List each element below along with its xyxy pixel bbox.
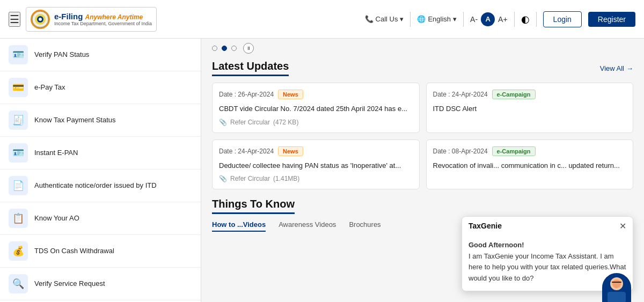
refer-circular-icon-1: 📎 bbox=[219, 119, 227, 126]
epay-tax-icon: 💳 bbox=[9, 78, 28, 97]
sidebar-label-verify-pan: Verify PAN Status bbox=[34, 50, 89, 60]
tab-brochures[interactable]: Brochures bbox=[349, 220, 380, 232]
updates-grid: Date : 26-Apr-2024 News CBDT vide Circul… bbox=[212, 83, 633, 189]
card-meta-1: Date : 26-Apr-2024 News bbox=[219, 90, 413, 99]
sidebar-label-know-ao: Know Your AO bbox=[34, 213, 79, 223]
know-payment-icon: 🧾 bbox=[9, 111, 28, 130]
update-card-4: Date : 08-Apr-2024 e-Campaign Revocation… bbox=[426, 139, 634, 190]
sidebar-item-verify-pan[interactable]: 🪪 Verify PAN Status bbox=[0, 39, 201, 71]
carousel-dots: ⏸ bbox=[212, 39, 633, 56]
login-button[interactable]: Login bbox=[543, 11, 582, 27]
font-decrease-button[interactable]: A- bbox=[470, 15, 478, 24]
lang-chevron-icon: ▾ bbox=[453, 15, 457, 23]
sidebar-item-authenticate[interactable]: 📄 Authenticate notice/order issued by IT… bbox=[0, 170, 201, 202]
svg-point-7 bbox=[612, 279, 621, 288]
refer-circular-icon-3: 📎 bbox=[219, 175, 227, 182]
carousel-dot-2[interactable] bbox=[222, 46, 227, 51]
hamburger-menu[interactable]: ☰ bbox=[9, 12, 20, 27]
view-all-arrow-icon: → bbox=[626, 64, 633, 72]
globe-icon: 🌐 bbox=[417, 15, 426, 23]
card-meta-3: Date : 24-Apr-2024 News bbox=[219, 146, 413, 156]
sidebar-label-authenticate: Authenticate notice/order issued by ITD bbox=[34, 181, 157, 190]
tab-how-to-videos[interactable]: How to ...Videos bbox=[212, 220, 266, 232]
header: ☰ e-Filing Anywhere Anytime Income Tax D… bbox=[0, 0, 644, 39]
call-chevron-icon: ▾ bbox=[400, 15, 404, 23]
svg-rect-8 bbox=[612, 282, 621, 283]
chatbox-header: TaxGenie ✕ bbox=[462, 217, 633, 235]
sidebar-item-instant-epan[interactable]: 🪪 Instant E-PAN bbox=[0, 137, 201, 170]
carousel-section: ⏸ bbox=[212, 39, 633, 56]
chatbox-message: I am TaxGenie your Income Tax Assistant.… bbox=[469, 252, 626, 283]
sidebar-label-tds-cash: TDS On Cash Withdrawal bbox=[34, 246, 114, 256]
font-increase-button[interactable]: A+ bbox=[498, 15, 508, 24]
font-controls: A- A A+ bbox=[470, 12, 508, 26]
taxgenie-avatar[interactable] bbox=[602, 273, 631, 302]
update-card-3: Date : 24-Apr-2024 News Deductee/ collec… bbox=[212, 139, 420, 190]
view-all-link[interactable]: View All → bbox=[600, 64, 633, 72]
card-badge-1: News bbox=[278, 90, 303, 99]
card-date-3: Date : 24-Apr-2024 bbox=[219, 148, 274, 155]
know-ao-icon: 📋 bbox=[9, 209, 28, 228]
carousel-dot-3[interactable] bbox=[231, 46, 237, 51]
font-normal-button[interactable]: A bbox=[481, 12, 495, 26]
logo-efiling: e-Filing Anywhere Anytime bbox=[54, 12, 152, 21]
divider-3 bbox=[514, 12, 515, 27]
carousel-dot-1[interactable] bbox=[212, 46, 217, 51]
divider-1 bbox=[410, 12, 411, 27]
card-date-1: Date : 26-Apr-2024 bbox=[219, 91, 274, 98]
tab-awareness-videos[interactable]: Awareness Videos bbox=[279, 220, 336, 232]
card-date-4: Date : 08-Apr-2024 bbox=[433, 148, 488, 155]
card-footer-3[interactable]: 📎 Refer Circular (1.41MB) bbox=[219, 175, 413, 182]
verify-service-icon: 🔍 bbox=[9, 274, 28, 293]
things-to-know-title: Things To Know bbox=[212, 198, 295, 214]
sidebar-item-know-payment[interactable]: 🧾 Know Tax Payment Status bbox=[0, 104, 201, 137]
divider-4 bbox=[536, 12, 537, 27]
update-card-1: Date : 26-Apr-2024 News CBDT vide Circul… bbox=[212, 83, 420, 133]
tds-cash-icon: 💰 bbox=[9, 241, 28, 261]
card-footer-1[interactable]: 📎 Refer Circular (472 KB) bbox=[219, 119, 413, 126]
sidebar-label-know-payment: Know Tax Payment Status bbox=[34, 115, 116, 125]
contrast-button[interactable]: ◐ bbox=[521, 13, 530, 25]
svg-rect-6 bbox=[608, 292, 626, 302]
divider-2 bbox=[463, 12, 464, 27]
logo-text: e-Filing Anywhere Anytime Income Tax Dep… bbox=[54, 12, 152, 26]
update-card-2: Date : 24-Apr-2024 e-Campaign ITD DSC Al… bbox=[426, 83, 634, 133]
latest-updates-title: Latest Updates bbox=[212, 60, 289, 76]
card-body-3: Deductee/ collectee having PAN status as… bbox=[219, 160, 413, 171]
sidebar-label-epay-tax: e-Pay Tax bbox=[34, 83, 65, 92]
sidebar-item-know-ao[interactable]: 📋 Know Your AO bbox=[0, 202, 201, 235]
card-meta-4: Date : 08-Apr-2024 e-Campaign bbox=[433, 146, 627, 156]
sidebar: 🪪 Verify PAN Status 💳 e-Pay Tax 🧾 Know T… bbox=[0, 39, 201, 302]
logo-box: e-Filing Anywhere Anytime Income Tax Dep… bbox=[26, 7, 157, 32]
card-badge-3: News bbox=[278, 146, 303, 156]
card-badge-4: e-Campaign bbox=[492, 146, 536, 156]
taxgenie-title: TaxGenie bbox=[469, 222, 502, 230]
card-body-1: CBDT vide Circular No. 7/2024 dated 25th… bbox=[219, 104, 413, 114]
latest-updates-header: Latest Updates View All → bbox=[212, 60, 633, 76]
sidebar-item-tds-cash[interactable]: 💰 TDS On Cash Withdrawal bbox=[0, 235, 201, 268]
card-date-2: Date : 24-Apr-2024 bbox=[433, 91, 488, 98]
chatbox-close-button[interactable]: ✕ bbox=[619, 221, 626, 231]
card-badge-2: e-Campaign bbox=[492, 90, 536, 99]
avatar-image bbox=[602, 273, 631, 302]
sidebar-item-epay-tax[interactable]: 💳 e-Pay Tax bbox=[0, 71, 201, 104]
svg-point-3 bbox=[39, 18, 42, 21]
language-button[interactable]: 🌐 English ▾ bbox=[417, 15, 457, 23]
carousel-pause-button[interactable]: ⏸ bbox=[243, 43, 254, 54]
card-meta-2: Date : 24-Apr-2024 e-Campaign bbox=[433, 90, 627, 99]
sidebar-item-verify-service[interactable]: 🔍 Verify Service Request bbox=[0, 268, 201, 300]
sidebar-label-verify-service: Verify Service Request bbox=[34, 279, 105, 289]
hamburger-icon: ☰ bbox=[10, 13, 19, 25]
phone-icon: 📞 bbox=[365, 15, 374, 23]
logo-sub: Income Tax Department, Government of Ind… bbox=[54, 21, 152, 26]
chatbox-greeting: Good Afternoon! bbox=[469, 241, 524, 249]
card-body-2: ITD DSC Alert bbox=[433, 104, 627, 114]
verify-pan-icon: 🪪 bbox=[9, 45, 28, 64]
register-button[interactable]: Register bbox=[588, 12, 635, 27]
header-left: ☰ e-Filing Anywhere Anytime Income Tax D… bbox=[9, 7, 157, 32]
sidebar-label-instant-epan: Instant E-PAN bbox=[34, 148, 78, 158]
instant-epan-icon: 🪪 bbox=[9, 143, 28, 163]
call-us-button[interactable]: 📞 Call Us ▾ bbox=[365, 15, 404, 23]
card-body-4: Revocation of invali... communication in… bbox=[433, 160, 627, 171]
logo-emblem bbox=[31, 10, 50, 29]
